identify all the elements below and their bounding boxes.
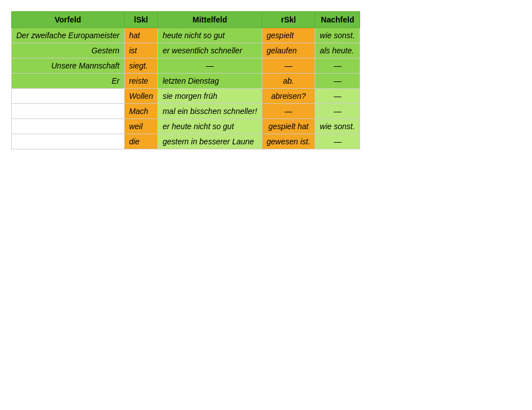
cell-vorfeld	[12, 89, 125, 104]
cell-lskl: reiste	[124, 74, 158, 89]
header-vorfeld: Vorfeld	[12, 12, 125, 28]
cell-nachfeld: —	[315, 134, 360, 149]
cell-rskl: gespielt hat	[262, 119, 315, 134]
cell-vorfeld: Er	[12, 74, 125, 89]
cell-mittelfeld: gestern in besserer Laune	[158, 134, 262, 149]
table-row: Gesternister wesentlich schnellergelaufe…	[12, 43, 360, 58]
table-row: diegestern in besserer Launegewesen ist.…	[12, 134, 360, 149]
cell-mittelfeld: —	[158, 58, 262, 74]
cell-nachfeld: wie sonst.	[315, 119, 360, 134]
cell-nachfeld: wie sonst.	[315, 28, 360, 43]
cell-lskl: siegt.	[124, 58, 158, 74]
table-row: weiler heute nicht so gutgespielt hatwie…	[12, 119, 360, 134]
cell-mittelfeld: mal ein bisschen schneller!	[158, 104, 262, 119]
cell-mittelfeld: er wesentlich schneller	[158, 43, 262, 58]
cell-rskl: —	[262, 58, 315, 74]
table-row: Wollensie morgen frühabreisen?—	[12, 89, 360, 104]
header-rskl: rSkl	[262, 12, 315, 28]
cell-vorfeld: Der zweifache Europameister	[12, 28, 125, 43]
cell-vorfeld: Gestern	[12, 43, 125, 58]
cell-vorfeld: Unsere Mannschaft	[12, 58, 125, 74]
cell-rskl: abreisen?	[262, 89, 315, 104]
table-row: Unsere Mannschaftsiegt.———	[12, 58, 360, 74]
cell-nachfeld: —	[315, 74, 360, 89]
cell-lskl: weil	[124, 119, 158, 134]
cell-rskl: ab.	[262, 74, 315, 89]
cell-mittelfeld: sie morgen früh	[158, 89, 262, 104]
cell-lskl: ist	[124, 43, 158, 58]
cell-lskl: hat	[124, 28, 158, 43]
cell-rskl: gelaufen	[262, 43, 315, 58]
header-mittelfeld: Mittelfeld	[158, 12, 262, 28]
cell-vorfeld	[12, 134, 125, 149]
cell-lskl: die	[124, 134, 158, 149]
cell-lskl: Mach	[124, 104, 158, 119]
cell-vorfeld	[12, 119, 125, 134]
header-lskl: lSkl	[124, 12, 158, 28]
cell-nachfeld: —	[315, 104, 360, 119]
cell-lskl: Wollen	[124, 89, 158, 104]
table-row: Erreisteletzten Dienstagab.—	[12, 74, 360, 89]
cell-rskl: gespielt	[262, 28, 315, 43]
table-row: Machmal ein bisschen schneller!——	[12, 104, 360, 119]
cell-vorfeld	[12, 104, 125, 119]
cell-mittelfeld: heute nicht so gut	[158, 28, 262, 43]
cell-nachfeld: als heute.	[315, 43, 360, 58]
header-nachfeld: Nachfeld	[315, 12, 360, 28]
cell-nachfeld: —	[315, 89, 360, 104]
cell-mittelfeld: letzten Dienstag	[158, 74, 262, 89]
cell-mittelfeld: er heute nicht so gut	[158, 119, 262, 134]
table-row: Der zweifache Europameisterhatheute nich…	[12, 28, 360, 43]
cell-rskl: —	[262, 104, 315, 119]
german-syntax-table: Vorfeld lSkl Mittelfeld rSkl Nachfeld De…	[11, 11, 360, 149]
cell-rskl: gewesen ist.	[262, 134, 315, 149]
cell-nachfeld: —	[315, 58, 360, 74]
